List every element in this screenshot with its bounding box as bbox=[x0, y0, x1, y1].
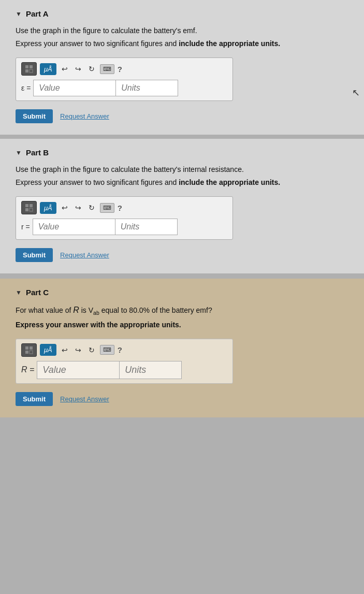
part-c-eq-label: R = bbox=[21, 365, 34, 374]
part-c-help-icon[interactable]: ? bbox=[118, 345, 122, 354]
part-b-chevron[interactable]: ▼ bbox=[16, 149, 22, 156]
part-c-redo-button[interactable]: ↪ bbox=[73, 345, 83, 355]
part-c-input-area: μÅ ↩ ↪ ↻ ⌨ ? R = bbox=[16, 339, 233, 384]
part-a-eq-label: ε = bbox=[21, 84, 31, 92]
part-b-submit-row: Submit Request Answer bbox=[16, 248, 348, 262]
part-c-submit-row: Submit Request Answer bbox=[16, 392, 348, 406]
part-c-units-input[interactable] bbox=[120, 361, 182, 379]
svg-rect-10 bbox=[25, 351, 28, 354]
part-b-redo-button[interactable]: ↪ bbox=[73, 202, 83, 213]
part-c-matrix-icon[interactable] bbox=[21, 343, 37, 357]
part-b-mu-button[interactable]: μÅ bbox=[40, 202, 56, 214]
svg-rect-1 bbox=[30, 65, 33, 68]
part-a-mu-button[interactable]: μÅ bbox=[40, 63, 56, 75]
part-c-value-input[interactable] bbox=[37, 361, 120, 379]
part-b-matrix-icon[interactable] bbox=[21, 201, 37, 214]
part-c-chevron[interactable]: ▼ bbox=[16, 289, 22, 296]
part-a-refresh-button[interactable]: ↻ bbox=[86, 64, 97, 74]
part-a-question-line1: Use the graph in the figure to calculate… bbox=[16, 25, 348, 36]
part-c-section: ▼ Part C For what value of R is Vab equa… bbox=[0, 279, 364, 417]
part-a-matrix-icon[interactable] bbox=[21, 62, 37, 76]
svg-rect-3 bbox=[30, 69, 33, 73]
svg-rect-0 bbox=[25, 65, 28, 68]
part-b-eq-label: r = bbox=[21, 223, 30, 231]
part-b-answer-row: r = bbox=[21, 219, 227, 235]
part-c-question-line1: For what value of R is Vab equal to 80.0… bbox=[16, 304, 348, 317]
part-b-question-line1: Use the graph in the figure to calculate… bbox=[16, 164, 348, 175]
svg-rect-6 bbox=[25, 208, 28, 211]
part-c-request-answer-button[interactable]: Request Answer bbox=[60, 395, 109, 403]
cursor-arrow-icon: ↖ bbox=[352, 87, 360, 98]
part-b-input-area: μÅ ↩ ↪ ↻ ⌨ ? r = bbox=[16, 196, 233, 240]
part-c-submit-button[interactable]: Submit bbox=[16, 392, 53, 406]
part-a-value-input[interactable] bbox=[33, 80, 116, 96]
part-b-request-answer-button[interactable]: Request Answer bbox=[60, 251, 109, 259]
part-a-input-area: μÅ ↩ ↪ ↻ ⌨ ? ε = bbox=[16, 57, 233, 101]
part-c-undo-button[interactable]: ↩ bbox=[60, 345, 70, 355]
part-b-toolbar: μÅ ↩ ↪ ↻ ⌨ ? bbox=[21, 201, 227, 214]
part-a-question-line2: Express your answer to two significant f… bbox=[16, 38, 348, 49]
section-divider bbox=[0, 273, 364, 279]
part-b-title: Part B bbox=[26, 148, 49, 157]
part-c-toolbar: μÅ ↩ ↪ ↻ ⌨ ? bbox=[21, 343, 227, 357]
part-b-help-icon[interactable]: ? bbox=[118, 204, 122, 212]
part-b-header: ▼ Part B bbox=[16, 148, 348, 157]
part-a-keyboard-button[interactable]: ⌨ bbox=[100, 64, 114, 74]
svg-rect-9 bbox=[30, 346, 33, 350]
svg-rect-2 bbox=[25, 69, 28, 73]
part-c-question-line2: Express your answer with the appropriate… bbox=[16, 320, 348, 330]
part-b-question-line2: Express your answer to two significant f… bbox=[16, 177, 348, 188]
part-b-submit-button[interactable]: Submit bbox=[16, 248, 53, 262]
svg-rect-8 bbox=[25, 346, 28, 350]
svg-rect-7 bbox=[30, 208, 33, 211]
part-c-answer-row: R = bbox=[21, 361, 227, 379]
part-b-value-input[interactable] bbox=[33, 219, 115, 235]
part-a-answer-row: ε = bbox=[21, 80, 227, 96]
part-b-undo-button[interactable]: ↩ bbox=[60, 202, 70, 213]
svg-rect-5 bbox=[30, 204, 33, 207]
part-a-undo-button[interactable]: ↩ bbox=[60, 64, 70, 74]
part-a-help-icon[interactable]: ? bbox=[118, 65, 122, 74]
part-b-units-input[interactable] bbox=[115, 219, 178, 235]
part-a-title: Part A bbox=[26, 9, 49, 18]
part-a-submit-button[interactable]: Submit bbox=[16, 109, 53, 123]
part-a-chevron[interactable]: ▼ bbox=[16, 10, 22, 18]
svg-rect-11 bbox=[30, 351, 33, 354]
part-b-keyboard-button[interactable]: ⌨ bbox=[100, 203, 114, 213]
part-c-title: Part C bbox=[26, 288, 49, 297]
part-c-mu-button[interactable]: μÅ bbox=[40, 344, 56, 356]
part-c-refresh-button[interactable]: ↻ bbox=[86, 345, 97, 355]
part-a-section: ▼ Part A Use the graph in the figure to … bbox=[0, 0, 364, 135]
part-b-section: ▼ Part B Use the graph in the figure to … bbox=[0, 139, 364, 273]
part-a-redo-button[interactable]: ↪ bbox=[73, 64, 83, 74]
part-a-request-answer-button[interactable]: Request Answer bbox=[60, 112, 109, 120]
part-b-refresh-button[interactable]: ↻ bbox=[86, 202, 97, 213]
part-a-header: ▼ Part A bbox=[16, 9, 348, 18]
part-a-units-input[interactable] bbox=[116, 80, 178, 96]
part-a-submit-row: Submit Request Answer bbox=[16, 109, 348, 123]
part-a-toolbar: μÅ ↩ ↪ ↻ ⌨ ? bbox=[21, 62, 227, 76]
svg-rect-4 bbox=[25, 204, 28, 207]
part-c-header: ▼ Part C bbox=[16, 288, 348, 297]
part-c-keyboard-button[interactable]: ⌨ bbox=[100, 345, 114, 355]
